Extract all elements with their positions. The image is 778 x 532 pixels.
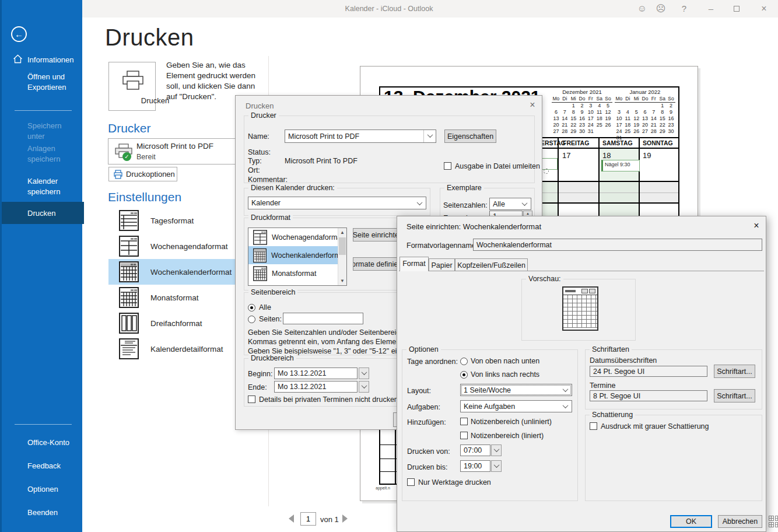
notizen-liniert-checkbox[interactable]	[460, 432, 468, 439]
ok-button[interactable]: OK	[670, 515, 712, 528]
group-label: Drucker	[248, 111, 279, 120]
datums-label: Datumsüberschriften	[590, 356, 657, 365]
scroll-up-icon[interactable]: ▲	[338, 228, 346, 237]
werktage-checkbox[interactable]	[407, 478, 415, 486]
grid-line	[380, 471, 398, 472]
printer-name: Microsoft Print to PDF	[136, 142, 213, 150]
werktage-label: Nur Werktage drucken	[418, 478, 491, 487]
spin-up-icon[interactable]: ▲	[526, 212, 530, 215]
page-number-input[interactable]	[300, 512, 316, 526]
close-button[interactable]: ×	[754, 0, 774, 18]
date-cell-19: 19	[643, 151, 651, 160]
sidebar-item-drucken[interactable]: Drucken	[2, 208, 84, 219]
umleiten-checkbox[interactable]	[444, 162, 451, 170]
sidebar-item-kalender-speichern[interactable]: Kalender speichern	[2, 176, 84, 197]
close-icon[interactable]: ×	[750, 220, 763, 232]
drucken-bis-combobox[interactable]: 19:00	[460, 460, 490, 472]
abbrechen-button[interactable]: Abbrechen	[718, 515, 762, 528]
alle-radio[interactable]	[248, 304, 255, 312]
eigenschaften-button[interactable]: Eigenschaften	[444, 130, 496, 143]
beginn-chevron-button[interactable]	[359, 368, 369, 379]
format-item-label: Wochenkalenderformat	[150, 268, 232, 276]
listbox-scrollbar[interactable]: ▲ ▼	[338, 228, 346, 285]
formatvorlagenname-value: Wochenkalenderformat	[476, 241, 552, 249]
sidebar-item-feedback[interactable]: Feedback	[2, 461, 84, 471]
notizen-unliniert-checkbox[interactable]	[460, 418, 468, 425]
kalender-combobox[interactable]: Kalender	[248, 197, 426, 209]
tab-format[interactable]: Format	[399, 257, 429, 271]
event-entry: Nägel 9:30	[601, 160, 640, 172]
next-page-button[interactable]	[342, 514, 348, 523]
beginn-combobox[interactable]: Mo 13.12.2021	[274, 368, 358, 379]
seiten-radio[interactable]	[248, 316, 255, 323]
sidebar-item-office-konto[interactable]: Office-Konto	[2, 438, 84, 448]
typ-value: Microsoft Print To PDF	[285, 157, 358, 165]
seiten-label: Seiten:	[259, 315, 282, 323]
notizen-unliniert-label: Notizenbereich (unliniert)	[471, 418, 552, 426]
minimize-button[interactable]: –	[701, 0, 721, 18]
frown-feedback-icon[interactable]: ☹	[651, 0, 671, 18]
sidebar-item-anlagen-speichern: Anlagen speichern	[2, 144, 84, 164]
listbox-item-wochenagendaformat[interactable]: Wochenagendaformat	[248, 228, 346, 246]
sidebar-item-informationen[interactable]: Informationen	[2, 55, 84, 65]
schriftart-button-datums[interactable]: Schriftart...	[714, 365, 755, 378]
sidebar-item-beenden[interactable]: Beenden	[2, 508, 84, 518]
seiten-input[interactable]	[283, 313, 363, 324]
page-title: Drucken	[105, 24, 194, 51]
ende-chevron-button[interactable]	[359, 381, 369, 393]
group-label: Schattierung	[590, 411, 635, 419]
format-item-label: Tagesformat	[150, 216, 194, 225]
smiley-feedback-icon[interactable]: ☺	[632, 0, 652, 18]
tagesformat-icon	[119, 210, 139, 231]
drucken-bis-label: Drucken bis:	[407, 463, 447, 471]
scroll-down-icon[interactable]: ▼	[338, 276, 346, 285]
ende-combobox[interactable]: Mo 13.12.2021	[274, 381, 358, 393]
schattierung-checkbox[interactable]	[590, 422, 597, 430]
actual-size-button[interactable]	[769, 516, 778, 528]
page-count-label: von 1	[320, 515, 339, 524]
radio-von-links[interactable]	[460, 371, 468, 379]
druckoptionen-button[interactable]: Druckoptionen	[108, 167, 177, 181]
drucken-von-chevron-button[interactable]	[491, 444, 502, 456]
close-icon[interactable]: ×	[526, 99, 539, 111]
private-checkbox[interactable]	[248, 396, 255, 403]
prev-page-button[interactable]	[289, 514, 294, 523]
schriftart-button-termine[interactable]: Schriftart...	[714, 389, 755, 402]
wochenagendaformat-icon	[253, 230, 267, 245]
sidebar-item-oeffnen-und-exportieren[interactable]: Öffnen und Exportieren	[2, 72, 84, 93]
tab-kopfzeilen[interactable]: Kopfzeilen/Fußzeilen	[455, 258, 528, 271]
sidebar-item-optionen[interactable]: Optionen	[2, 484, 84, 495]
drucken-von-combobox[interactable]: 07:00	[460, 444, 490, 456]
group-label: Exemplare	[444, 184, 484, 192]
chevron-down-icon[interactable]	[423, 130, 436, 142]
listbox-item-wochenkalenderformat-selected[interactable]: Wochenkalenderformat	[248, 246, 346, 264]
format-item-label: Monatsformat	[150, 293, 199, 302]
datums-font-field: 24 Pt. Segoe UI	[590, 366, 707, 377]
drucken-bis-chevron-button[interactable]	[491, 460, 502, 472]
printer-name-value: Microsoft Print to PDF	[288, 132, 423, 141]
dreifachformat-icon	[119, 313, 139, 334]
aufgaben-combobox[interactable]: Keine Aufgaben	[460, 400, 572, 412]
listbox-item-monatsformat[interactable]: Monatsformat	[248, 264, 346, 282]
sidebar-divider-bottom	[15, 424, 72, 425]
formatvorlagenname-input[interactable]: Wochenkalenderformat	[473, 239, 762, 251]
layout-combobox[interactable]: 1 Seite/Woche	[460, 384, 572, 396]
tab-papier[interactable]: Papier	[429, 258, 455, 271]
notizen-liniert-label: Notizenbereich (liniert)	[471, 432, 544, 440]
format-listbox[interactable]: Wochenagendaformat Wochenkalenderformat …	[248, 228, 347, 286]
seitenzahlen-value: Alle	[493, 200, 523, 208]
mini-calendar-januar: Januar 2022MoDiMiDoFrSaSo123456789101112…	[615, 89, 675, 141]
monatsformat-icon	[253, 266, 267, 281]
page-setup-title: Seite einrichten: Wochenkalenderformat	[406, 222, 541, 231]
back-button[interactable]: ←	[11, 26, 27, 42]
layout-value: 1 Seite/Woche	[464, 386, 563, 394]
scrollbar-thumb[interactable]	[339, 237, 346, 255]
date-cell-17: 17	[562, 151, 570, 160]
maximize-button[interactable]	[734, 6, 740, 12]
printer-name-combobox[interactable]: Microsoft Print to PDF	[285, 130, 436, 143]
print-action-button[interactable]: Drucken	[108, 62, 156, 111]
private-label: Details bei privaten Terminen nicht druc…	[259, 396, 398, 404]
radio-von-oben[interactable]	[460, 358, 468, 365]
seitenzahlen-combobox[interactable]: Alle	[489, 198, 531, 210]
help-icon[interactable]: ?	[674, 0, 694, 18]
